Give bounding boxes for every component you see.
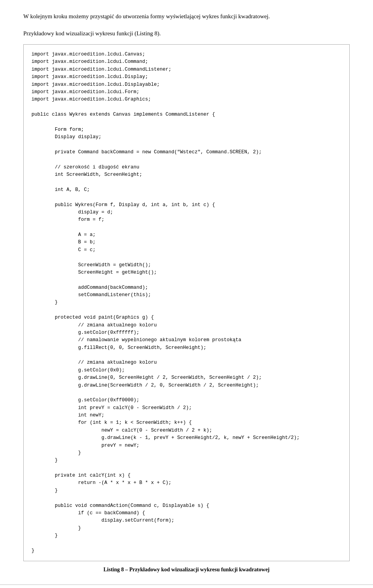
page-container: W kolejnym kroku możemy przystąpić do ut… xyxy=(0,0,373,588)
code-content: import javax.microedition.lcdui.Canvas; … xyxy=(31,51,342,555)
footer: Systemy Mobilne Stworzenie przykładowej … xyxy=(0,585,373,588)
code-box: import javax.microedition.lcdui.Canvas; … xyxy=(23,44,350,561)
listing-intro: Przykładowy kod wizualizacji wykresu fun… xyxy=(23,29,350,38)
content-area: W kolejnym kroku możemy przystąpić do ut… xyxy=(0,0,373,585)
intro-paragraph: W kolejnym kroku możemy przystąpić do ut… xyxy=(23,12,350,21)
listing-caption: Listing 8 – Przykładowy kod wizualizacji… xyxy=(23,567,350,573)
